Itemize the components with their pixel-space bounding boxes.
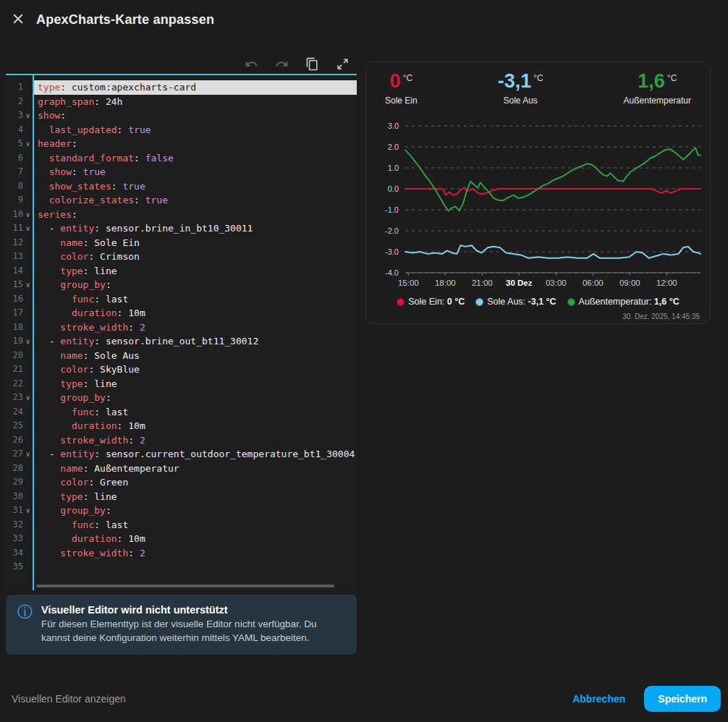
fold-toggle-icon[interactable]: ∨ xyxy=(23,109,33,123)
cancel-button[interactable]: Abbrechen xyxy=(572,693,625,705)
line-number: 16 xyxy=(6,292,23,307)
code-line[interactable]: 21 color: SkyBlue xyxy=(6,362,357,377)
code-line[interactable]: 22 type: line xyxy=(6,377,357,391)
code-line[interactable]: 12 name: Sole Ein xyxy=(6,236,357,250)
editor-focus-rule xyxy=(33,75,34,590)
code-line[interactable]: 26 stroke_width: 2 xyxy=(6,433,357,448)
show-visual-editor-button[interactable]: Visuellen Editor anzeigen xyxy=(12,693,126,705)
code-line[interactable]: 13 color: Crimson xyxy=(6,250,357,264)
header-state: -3,1°CSole Aus xyxy=(498,71,543,107)
code-line[interactable]: 19∨ - entity: sensor.brine_out_bt11_3001… xyxy=(6,334,357,349)
horizontal-scrollbar[interactable] xyxy=(36,585,334,587)
legend-item[interactable]: Sole Aus: -3,1 °C xyxy=(475,297,556,307)
code-line[interactable]: 8 show_states: true xyxy=(6,179,357,194)
line-number: 15 xyxy=(6,278,23,292)
fold-toggle-icon[interactable]: ∨ xyxy=(23,221,33,236)
legend-item[interactable]: Sole Ein: 0 °C xyxy=(397,297,465,307)
code-editor-panel[interactable]: 1type: custom:apexcharts-card2graph_span… xyxy=(6,74,357,590)
code-lines: 1type: custom:apexcharts-card2graph_span… xyxy=(6,75,357,574)
fold-toggle-icon[interactable]: ∨ xyxy=(23,208,33,222)
line-number: 4 xyxy=(6,123,23,137)
line-number: 18 xyxy=(6,320,23,335)
code-line[interactable]: 30 type: line xyxy=(6,490,357,504)
code-text: show: xyxy=(33,109,357,123)
line-number: 1 xyxy=(6,80,23,95)
code-line[interactable]: 28 name: Außentemperatur xyxy=(6,462,357,476)
code-text: group_by: xyxy=(33,278,357,292)
code-text: name: Außentemperatur xyxy=(33,462,357,476)
fold-spacer xyxy=(23,419,33,433)
fold-spacer xyxy=(23,546,33,561)
code-line[interactable]: 16 func: last xyxy=(6,292,357,307)
code-line[interactable]: 25 duration: 10m xyxy=(6,419,357,433)
code-line[interactable]: 18 stroke_width: 2 xyxy=(6,320,357,335)
fold-toggle-icon[interactable]: ∨ xyxy=(23,504,33,518)
code-text: func: last xyxy=(33,405,357,420)
code-line[interactable]: 29 color: Green xyxy=(6,475,357,490)
code-line[interactable]: 10∨series: xyxy=(6,208,357,222)
redo-button[interactable] xyxy=(272,54,292,76)
state-label: Sole Ein xyxy=(385,95,418,106)
fold-spacer xyxy=(23,405,33,420)
code-line[interactable]: 3∨show: xyxy=(6,109,357,123)
code-text: type: line xyxy=(33,490,357,504)
fold-toggle-icon[interactable]: ∨ xyxy=(23,447,33,462)
code-text: header: xyxy=(33,137,357,151)
fold-spacer xyxy=(23,264,33,279)
line-number: 10 xyxy=(6,208,23,222)
code-line[interactable]: 2graph_span: 24h xyxy=(6,95,357,109)
code-line[interactable]: 17 duration: 10m xyxy=(6,306,357,320)
legend-item[interactable]: Außentemperatur: 1,6 °C xyxy=(567,297,680,307)
line-number: 13 xyxy=(6,250,23,264)
code-line[interactable]: 34 stroke_width: 2 xyxy=(6,546,357,561)
code-line[interactable]: 27∨ - entity: sensor.current_outdoor_tem… xyxy=(6,447,357,462)
fullscreen-button[interactable] xyxy=(333,54,352,76)
fold-toggle-icon[interactable]: ∨ xyxy=(23,334,33,349)
fold-spacer xyxy=(23,165,33,179)
fold-toggle-icon[interactable]: ∨ xyxy=(23,137,33,151)
svg-text:-2.0: -2.0 xyxy=(385,226,399,235)
code-line[interactable]: 20 name: Sole Aus xyxy=(6,349,357,363)
code-line[interactable]: 9 colorize_states: true xyxy=(6,193,357,208)
copy-button[interactable] xyxy=(302,54,322,76)
code-line[interactable]: 11∨ - entity: sensor.brine_in_bt10_30011 xyxy=(6,221,357,236)
svg-text:-1.0: -1.0 xyxy=(385,205,399,214)
fold-spacer xyxy=(23,532,33,546)
fold-spacer xyxy=(23,179,33,194)
code-line[interactable]: 31∨ group_by: xyxy=(6,504,357,518)
line-chart: 3.02.01.00.0-1.0-2.0-3.0-4.015:0018:0021… xyxy=(368,110,708,291)
save-button[interactable]: Speichern xyxy=(644,686,721,712)
line-number: 12 xyxy=(6,236,23,250)
line-number: 31 xyxy=(6,504,23,518)
code-line[interactable]: 32 func: last xyxy=(6,518,357,532)
code-line[interactable]: 4 last_updated: true xyxy=(6,123,357,137)
code-line[interactable]: 33 duration: 10m xyxy=(6,532,357,546)
code-line[interactable]: 24 func: last xyxy=(6,405,357,420)
undo-button[interactable] xyxy=(242,54,261,76)
code-line[interactable]: 5∨header: xyxy=(6,137,357,151)
fold-spacer xyxy=(23,320,33,335)
fold-spacer xyxy=(23,193,33,208)
editor-toolbar xyxy=(6,56,357,74)
last-updated-timestamp: 30. Dez. 2025, 14:45:35 xyxy=(366,310,710,320)
dialog-header: ApexCharts-Karte anpassen xyxy=(0,0,728,39)
state-value: 1,6°C xyxy=(624,71,691,95)
line-number: 11 xyxy=(6,221,23,236)
fold-toggle-icon[interactable]: ∨ xyxy=(23,278,33,292)
svg-text:03:00: 03:00 xyxy=(546,279,567,287)
fold-spacer xyxy=(23,362,33,377)
line-number: 14 xyxy=(6,264,23,279)
code-line[interactable]: 35 xyxy=(6,560,357,574)
code-line[interactable]: 14 type: line xyxy=(6,264,357,279)
code-line[interactable]: 7 show: true xyxy=(6,165,357,179)
redo-icon xyxy=(275,57,289,73)
code-line[interactable]: 15∨ group_by: xyxy=(6,278,357,292)
close-button[interactable] xyxy=(7,8,29,32)
code-text: color: Green xyxy=(33,475,357,490)
code-text: - entity: sensor.brine_in_bt10_30011 xyxy=(33,221,357,236)
dialog-title: ApexCharts-Karte anpassen xyxy=(36,12,214,27)
fold-toggle-icon[interactable]: ∨ xyxy=(23,391,33,405)
code-line[interactable]: 23∨ group_by: xyxy=(6,391,357,405)
code-line[interactable]: 6 standard_format: false xyxy=(6,151,357,166)
code-line[interactable]: 1type: custom:apexcharts-card xyxy=(6,80,357,95)
